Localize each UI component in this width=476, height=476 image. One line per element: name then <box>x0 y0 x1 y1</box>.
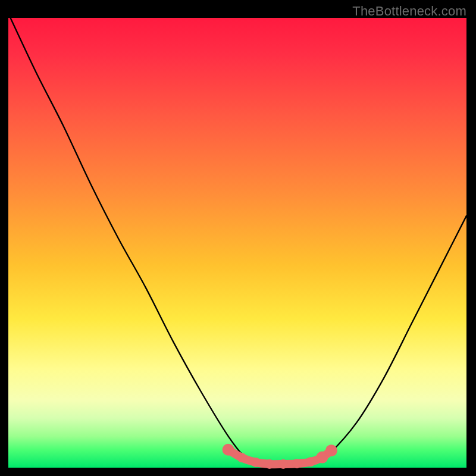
highlight-dot <box>251 458 261 467</box>
chart-frame: TheBottleneck.com <box>0 0 476 476</box>
highlight-dot <box>237 453 247 462</box>
highlight-dot <box>278 459 288 469</box>
highlight-dot <box>325 444 337 456</box>
flat-minimum-dots <box>223 444 337 469</box>
highlight-dot <box>306 457 315 466</box>
bottleneck-curve <box>8 13 466 465</box>
watermark-text: TheBottleneck.com <box>352 4 466 19</box>
highlight-dot <box>265 459 274 469</box>
plot-area <box>8 18 466 468</box>
highlight-dot <box>223 444 234 456</box>
curve-layer <box>8 18 466 468</box>
highlight-dot <box>292 459 302 468</box>
